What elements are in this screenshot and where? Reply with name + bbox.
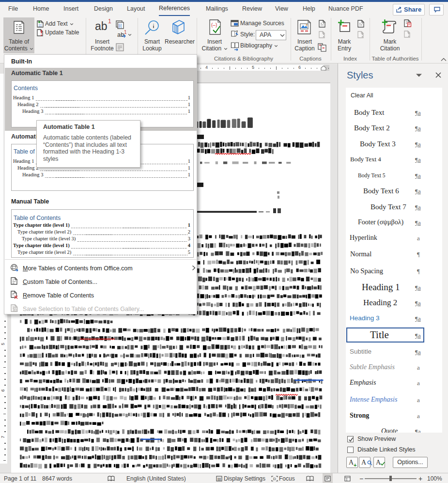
- svg-text:(–): (–): [211, 22, 217, 28]
- svg-text:D: D: [273, 477, 276, 481]
- svg-text:[i]: [i]: [119, 23, 122, 28]
- svg-text:▤: ▤: [217, 477, 221, 481]
